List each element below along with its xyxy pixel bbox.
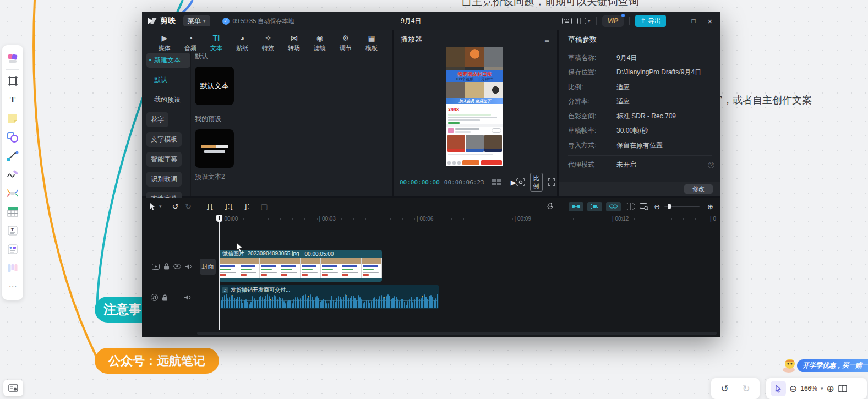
lock-track-icon[interactable] xyxy=(162,294,168,301)
play-button[interactable]: ▶ xyxy=(511,178,516,187)
chevron-down-icon[interactable]: ▾ xyxy=(159,204,162,209)
split-icon[interactable]: ][ xyxy=(206,203,214,210)
ruler-label: | 00:00 xyxy=(221,216,238,222)
tab-stickers[interactable]: ◕贴纸 xyxy=(232,32,253,52)
presentation-settings-button[interactable] xyxy=(3,380,23,396)
auto-snap-toggle[interactable] xyxy=(587,202,602,211)
linkage-toggle[interactable] xyxy=(606,202,621,211)
playhead-handle[interactable] xyxy=(216,215,222,222)
undo-icon[interactable]: ↺ xyxy=(172,203,179,210)
tab-transitions[interactable]: ⋈转场 xyxy=(283,32,304,52)
frame-tool-icon[interactable] xyxy=(4,72,21,90)
sidebar-item-lyrics-recognition[interactable]: 识别歌词 xyxy=(146,172,182,187)
tab-effects[interactable]: ✧特效 xyxy=(258,32,279,52)
draft-params-footer: 修改 xyxy=(559,182,720,196)
more-tools-icon[interactable]: ⋯ xyxy=(4,277,21,296)
mindmap-tool-icon[interactable] xyxy=(4,184,21,203)
zoom-in-icon[interactable]: ⊕ xyxy=(826,384,834,393)
timeline-ruler[interactable]: | 00:00| 00:03| 00:06| 00:09| 00:12| 0 xyxy=(142,215,720,223)
redo-icon[interactable]: ↻ xyxy=(742,384,750,393)
titlebar-actions: ▾ VIP ↥导出 ─ □ × xyxy=(562,15,716,27)
ratio-button[interactable]: 比例 xyxy=(530,173,543,192)
promo-mascot xyxy=(780,357,799,373)
close-button[interactable]: × xyxy=(705,17,716,26)
tab-filters[interactable]: ◉滤镜 xyxy=(309,32,330,52)
minimize-button[interactable]: ─ xyxy=(672,17,683,25)
modify-button[interactable]: 修改 xyxy=(684,184,713,194)
effects-icon: ✧ xyxy=(265,34,271,43)
promo-banner[interactable]: 开学季优惠，买一赠一 xyxy=(797,359,868,372)
templates-icon[interactable] xyxy=(4,49,21,68)
text-tool-icon[interactable]: T xyxy=(4,90,21,109)
cover-button[interactable]: 封面 xyxy=(200,259,216,275)
player-menu-icon[interactable]: ≡ xyxy=(544,35,549,45)
record-voice-icon[interactable] xyxy=(547,203,553,211)
tab-adjust[interactable]: ⚙调节 xyxy=(335,32,356,52)
tab-templates[interactable]: ▦模板 xyxy=(361,32,382,52)
zoom-level[interactable]: 166% xyxy=(800,385,817,392)
sidebar-item-my-presets[interactable]: 我的预设 xyxy=(146,92,190,107)
slider-handle[interactable] xyxy=(668,204,671,209)
timeline-scrollbar[interactable] xyxy=(197,332,717,335)
lock-track-icon[interactable] xyxy=(163,263,170,270)
preview-thumb xyxy=(484,82,503,98)
hide-track-icon[interactable] xyxy=(173,264,181,269)
timeline-zoom-slider[interactable] xyxy=(664,206,700,207)
maximize-button[interactable]: □ xyxy=(688,17,699,25)
sidebar-item-default[interactable]: 默认 xyxy=(146,73,190,88)
connector-tool-icon[interactable] xyxy=(4,146,21,165)
proxy-mode-label: 代理模式 xyxy=(568,160,616,170)
preview-quality-icon[interactable] xyxy=(516,178,525,186)
text-doc-tool-icon[interactable]: T xyxy=(4,221,21,240)
video-clip[interactable]: 微信图片_20230904093055.jpg 00:00:05:00 xyxy=(219,250,382,282)
preset-text-card[interactable] xyxy=(195,129,234,168)
pen-tool-icon[interactable] xyxy=(4,165,21,184)
export-button[interactable]: ↥导出 xyxy=(635,15,666,27)
tab-audio[interactable]: ◔音频 xyxy=(180,32,201,52)
layout-switch-icon[interactable]: ▾ xyxy=(577,18,591,24)
select-cursor-button[interactable] xyxy=(771,381,786,396)
preview-axis-icon[interactable] xyxy=(626,203,635,210)
fullscreen-icon[interactable] xyxy=(548,178,555,186)
sidebar-item-new-text[interactable]: 新建文本 xyxy=(146,53,190,68)
tab-text[interactable]: TI文本 xyxy=(206,32,227,52)
video-clip-name: 微信图片_20230904093055.jpg xyxy=(222,250,299,258)
select-tool-icon[interactable] xyxy=(149,203,156,210)
delete-icon[interactable]: ▢ xyxy=(260,203,268,210)
kanban-tool-icon[interactable] xyxy=(4,259,21,277)
sidebar-item-text-templates[interactable]: 文字模板 xyxy=(146,132,182,147)
video-preview[interactable]: 俄罗斯农村日常 109个视频 十分钟/个 加入会员 全店任下 ¥998 xyxy=(446,47,503,166)
audio-clip[interactable]: ♫ 发货撤销开发商可交付... xyxy=(219,285,439,309)
preset-card-caption: 预设文本2 xyxy=(195,172,390,182)
tab-media[interactable]: ▶媒体 xyxy=(154,32,175,52)
frame-preview-icon[interactable] xyxy=(492,179,501,185)
mindmap-node-brand[interactable]: 公众号：远航笔记 xyxy=(95,348,219,374)
chevron-down-icon[interactable]: ▾ xyxy=(821,386,823,391)
transition-icon: ⋈ xyxy=(290,34,298,43)
sidebar-item-fancy-text[interactable]: 花字 xyxy=(146,112,168,127)
doc-card-tool-icon[interactable] xyxy=(4,240,21,259)
sidebar-item-smart-captions[interactable]: 智能字幕 xyxy=(146,152,182,167)
vip-badge[interactable]: VIP xyxy=(602,15,624,27)
redo-icon[interactable]: ↻ xyxy=(185,203,192,210)
zoom-out-icon[interactable]: ⊖ xyxy=(789,384,797,393)
sticky-note-tool-icon[interactable] xyxy=(4,109,21,128)
pages-book-icon[interactable] xyxy=(838,385,848,393)
split-delete-left-icon[interactable]: ]⁚[ xyxy=(224,203,233,210)
menu-button[interactable]: 菜单 ▾ xyxy=(183,15,210,26)
default-text-card[interactable]: 默认文本 xyxy=(195,67,234,105)
playhead-line[interactable] xyxy=(219,215,220,330)
timeline-zoom-in-icon[interactable]: ⊕ xyxy=(707,203,713,210)
mute-track-icon[interactable] xyxy=(184,294,191,300)
help-icon[interactable]: ? xyxy=(708,162,714,168)
preview-product-thumb xyxy=(484,135,502,152)
mute-track-icon[interactable] xyxy=(185,264,192,270)
timeline-zoom-out-icon[interactable]: ⊖ xyxy=(654,203,660,210)
shapes-tool-icon[interactable] xyxy=(4,128,21,146)
table-tool-icon[interactable] xyxy=(4,203,21,221)
global-preview-zoom-icon[interactable] xyxy=(640,203,649,210)
main-track-magnet-toggle[interactable] xyxy=(569,202,583,211)
split-delete-right-icon[interactable]: ]⁚ xyxy=(243,203,249,210)
shortcut-keyboard-icon[interactable] xyxy=(562,18,572,24)
undo-icon[interactable]: ↺ xyxy=(720,384,728,393)
